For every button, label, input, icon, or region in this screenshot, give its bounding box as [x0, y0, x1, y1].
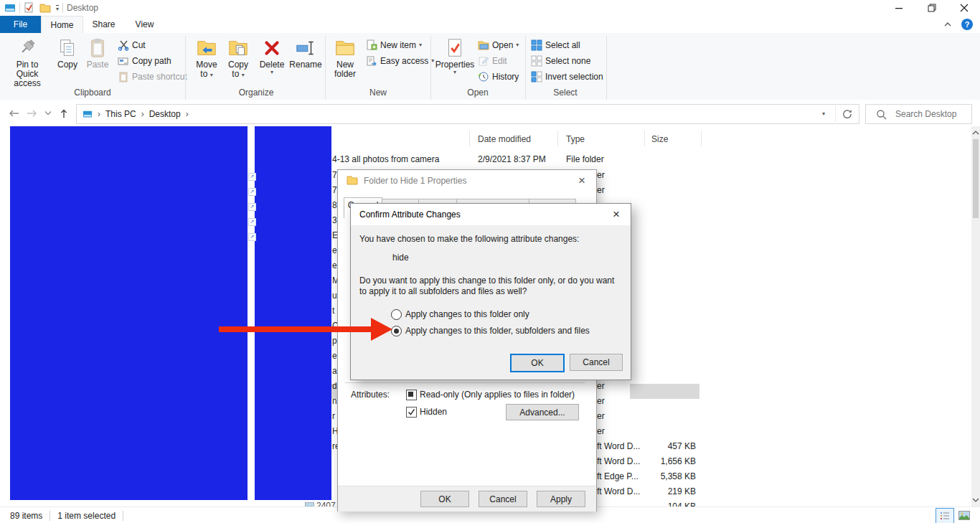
new-item-button[interactable]: New item ▾	[366, 38, 422, 52]
properties-icon	[444, 36, 466, 60]
new-item-icon	[366, 39, 377, 51]
close-icon[interactable]: ×	[567, 170, 596, 192]
open-icon	[478, 39, 489, 51]
refresh-icon[interactable]	[835, 105, 859, 123]
open-button[interactable]: Open ▾	[478, 38, 519, 52]
thumbnail-view-button[interactable]	[956, 509, 973, 523]
cut-button[interactable]: Cut	[118, 38, 146, 52]
type-fragment: er	[597, 185, 605, 195]
dropdown-caret-icon: ▾	[242, 72, 245, 78]
breadcrumb-separator-icon: ›	[181, 109, 194, 119]
attributes-label: Attributes:	[351, 390, 390, 400]
separator	[345, 382, 585, 383]
history-icon	[478, 71, 489, 83]
this-pc-icon	[83, 110, 93, 119]
copy-path-button[interactable]: Copy path	[118, 54, 171, 68]
column-header-type[interactable]: Type	[566, 134, 585, 144]
edit-button[interactable]: Edit	[478, 54, 507, 68]
help-icon[interactable]: ?	[961, 19, 973, 30]
filename-fragment: e	[332, 260, 337, 271]
breadcrumb-this-pc[interactable]: This PC	[105, 109, 136, 119]
separator	[50, 511, 50, 521]
select-none-button[interactable]: Select none	[531, 54, 590, 68]
ok-button[interactable]: OK	[510, 354, 565, 372]
dialog-title: Confirm Attribute Changes	[359, 209, 461, 220]
copy-button[interactable]: Copy	[53, 36, 82, 70]
column-header-size[interactable]: Size	[651, 134, 668, 144]
confirm-attribute-changes-dialog: Confirm Attribute Changes × You have cho…	[350, 203, 631, 380]
column-header-date-modified[interactable]: Date modified	[478, 134, 531, 144]
invert-selection-button[interactable]: Invert selection	[531, 70, 603, 84]
dropdown-caret-icon: ▾	[516, 42, 519, 48]
dropdown-caret-icon: ▾	[419, 42, 422, 48]
paste-shortcut-button[interactable]: Paste shortcut	[118, 70, 187, 84]
selection-count: 1 item selected	[57, 511, 116, 521]
recent-locations-icon[interactable]	[42, 104, 55, 123]
new-folder-button[interactable]: New folder	[328, 36, 362, 79]
delete-button[interactable]: Delete ▾	[255, 36, 288, 75]
group-label-select: Select	[525, 88, 606, 98]
column-resize-handle[interactable]	[701, 131, 702, 146]
close-icon[interactable]: ×	[602, 204, 631, 225]
details-view-button[interactable]	[936, 508, 954, 523]
column-resize-handle[interactable]	[557, 131, 558, 146]
red-arrow-annotation	[219, 326, 372, 332]
address-dropdown-icon[interactable]: ▾	[812, 111, 835, 117]
radio-folder-subfolders-files[interactable]	[391, 326, 402, 336]
radio-folder-only[interactable]	[391, 309, 402, 320]
tab-share[interactable]: Share	[83, 16, 124, 33]
advanced-button[interactable]: Advanced...	[506, 404, 579, 420]
file-row-date: 2/9/2021 8:37 PM	[478, 154, 546, 164]
tab-view[interactable]: View	[124, 16, 165, 33]
shortcut-overlay-icon: ↗	[248, 233, 256, 241]
tab-home[interactable]: Home	[41, 16, 83, 33]
copy-icon	[57, 36, 78, 60]
group-label-organize: Organize	[188, 88, 324, 98]
tab-file[interactable]: File	[0, 16, 41, 33]
up-icon[interactable]	[55, 104, 73, 123]
cancel-button[interactable]: Cancel	[479, 491, 527, 507]
column-resize-handle[interactable]	[469, 131, 470, 146]
breadcrumb[interactable]: › This PC › Desktop › ▾	[76, 104, 859, 124]
back-icon[interactable]	[4, 104, 23, 123]
breadcrumb-desktop[interactable]: Desktop	[149, 109, 181, 119]
easy-access-icon	[366, 55, 377, 67]
copy-to-button[interactable]: Copy to ▾	[222, 36, 254, 79]
properties-button[interactable]: Properties ▾	[435, 36, 475, 75]
paste-icon	[87, 36, 108, 60]
ok-button[interactable]: OK	[420, 491, 469, 507]
customize-quick-access-icon[interactable]: ▾	[56, 5, 59, 11]
cancel-button[interactable]: Cancel	[570, 354, 623, 371]
vertical-scrollbar[interactable]	[971, 126, 980, 506]
history-button[interactable]: History	[478, 70, 519, 84]
qat-properties-icon[interactable]	[24, 2, 34, 14]
collapse-ribbon-icon[interactable]	[937, 16, 958, 33]
forward-icon[interactable]	[23, 104, 42, 123]
paste-button[interactable]: Paste	[83, 36, 112, 70]
apply-button[interactable]: Apply	[537, 491, 585, 507]
search-box[interactable]	[865, 104, 972, 124]
scrollbar-thumb[interactable]	[973, 139, 979, 218]
column-resize-handle[interactable]	[644, 131, 645, 146]
rename-icon	[295, 36, 316, 60]
move-to-button[interactable]: Move to ▾	[191, 36, 222, 79]
close-button[interactable]	[948, 0, 980, 16]
file-row-size: 219 KB	[631, 486, 696, 496]
file-row-name[interactable]: 4-13 all photos from camera	[332, 154, 439, 164]
search-input[interactable]	[894, 108, 976, 120]
easy-access-button[interactable]: Easy access ▾	[366, 54, 434, 68]
rename-button[interactable]: Rename	[288, 36, 323, 70]
hidden-checkbox[interactable]	[406, 407, 417, 418]
type-fragment: er	[597, 381, 605, 391]
search-icon	[876, 109, 887, 120]
ribbon: Pin to Quick access Copy Paste Cut Copy …	[0, 33, 980, 100]
qat-new-folder-icon[interactable]	[39, 3, 51, 13]
minimize-button[interactable]	[883, 0, 915, 16]
breadcrumb-separator-icon: ›	[93, 109, 105, 119]
readonly-checkbox[interactable]	[406, 390, 417, 400]
restore-button[interactable]	[915, 0, 948, 16]
new-folder-icon	[334, 36, 356, 60]
select-all-button[interactable]: Select all	[531, 38, 580, 52]
pin-to-quick-access-button[interactable]: Pin to Quick access	[4, 36, 50, 88]
redaction-overlay	[255, 126, 331, 500]
